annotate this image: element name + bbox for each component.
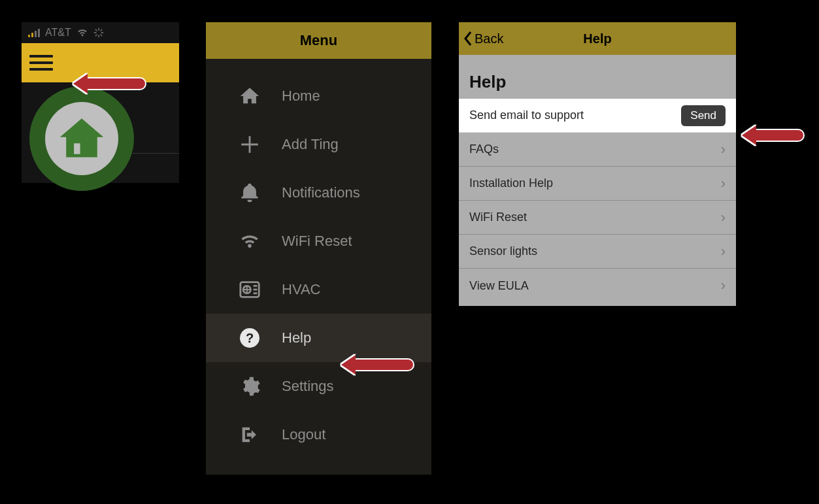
status-bar: AT&T xyxy=(22,22,179,43)
svg-line-4 xyxy=(95,29,97,31)
app-header xyxy=(22,43,179,82)
svg-line-7 xyxy=(101,29,102,31)
help-row-label: WiFi Reset xyxy=(469,210,527,224)
logout-icon xyxy=(237,422,262,447)
gear-icon xyxy=(237,374,262,399)
help-row-view-eula[interactable]: View EULA › xyxy=(459,269,736,303)
svg-line-6 xyxy=(95,35,97,36)
status-ring[interactable] xyxy=(29,86,134,191)
menu-item-label: Logout xyxy=(282,426,326,443)
menu-item-label: Settings xyxy=(282,378,334,395)
help-row-wifi-reset[interactable]: WiFi Reset › xyxy=(459,201,736,235)
menu-item-label: WiFi Reset xyxy=(282,233,352,250)
chevron-right-icon: › xyxy=(721,209,726,226)
menu-item-label: Home xyxy=(282,88,320,105)
home-screen-panel: AT&T xyxy=(22,22,179,183)
help-row-label: Sensor lights xyxy=(469,244,537,258)
home-body xyxy=(22,82,179,183)
chevron-right-icon: › xyxy=(721,175,726,192)
menu-item-notifications[interactable]: Notifications xyxy=(206,169,431,217)
menu-item-label: HVAC xyxy=(282,281,321,298)
help-row-sensor-lights[interactable]: Sensor lights › xyxy=(459,235,736,269)
help-row-label: Installation Help xyxy=(469,176,553,190)
help-icon: ? xyxy=(237,326,262,350)
menu-panel: Menu Home Add Ting Notifications WiFi Re… xyxy=(206,22,431,475)
callout-arrow xyxy=(742,126,805,145)
chevron-right-icon: › xyxy=(721,141,726,158)
bell-icon xyxy=(237,180,262,205)
wifi-icon xyxy=(76,27,88,39)
chevron-right-icon: › xyxy=(721,277,726,294)
help-nav-title: Help xyxy=(459,31,736,46)
help-row-send-email: Send email to support Send xyxy=(459,99,736,133)
help-screen-panel: Back Help Help Send email to support Sen… xyxy=(459,22,736,306)
help-heading: Help xyxy=(459,55,736,99)
home-icon xyxy=(237,84,262,109)
hamburger-menu-button[interactable] xyxy=(29,55,53,71)
menu-item-home[interactable]: Home xyxy=(206,72,431,120)
help-row-label: Send email to support xyxy=(469,109,584,122)
menu-list: Home Add Ting Notifications WiFi Reset H xyxy=(206,59,431,459)
hvac-icon xyxy=(237,277,262,302)
menu-title: Menu xyxy=(206,22,431,59)
house-icon xyxy=(57,114,107,163)
help-row-installation-help[interactable]: Installation Help › xyxy=(459,167,736,201)
carrier-label: AT&T xyxy=(45,27,71,39)
menu-item-wifi-reset[interactable]: WiFi Reset xyxy=(206,217,431,265)
send-button[interactable]: Send xyxy=(681,105,726,126)
menu-item-logout[interactable]: Logout xyxy=(206,411,431,459)
menu-item-label: Notifications xyxy=(282,184,360,201)
wifi-icon xyxy=(237,229,262,254)
menu-item-label: Add Ting xyxy=(282,136,339,153)
signal-bars-icon xyxy=(28,28,40,37)
svg-line-5 xyxy=(101,35,102,36)
loading-spinner-icon xyxy=(93,27,104,38)
plus-icon xyxy=(237,132,262,157)
menu-item-help[interactable]: ? Help xyxy=(206,314,431,362)
help-body: Help Send email to support Send FAQs › I… xyxy=(459,55,736,303)
help-row-label: FAQs xyxy=(469,143,499,156)
status-ring-inner xyxy=(45,102,118,175)
menu-item-add-ting[interactable]: Add Ting xyxy=(206,120,431,169)
menu-item-hvac[interactable]: HVAC xyxy=(206,265,431,314)
help-nav-bar: Back Help xyxy=(459,22,736,55)
help-row-faqs[interactable]: FAQs › xyxy=(459,133,736,167)
chevron-right-icon: › xyxy=(721,243,726,260)
menu-item-settings[interactable]: Settings xyxy=(206,362,431,411)
help-row-label: View EULA xyxy=(469,279,529,293)
menu-item-label: Help xyxy=(282,329,311,346)
divider xyxy=(133,153,179,154)
